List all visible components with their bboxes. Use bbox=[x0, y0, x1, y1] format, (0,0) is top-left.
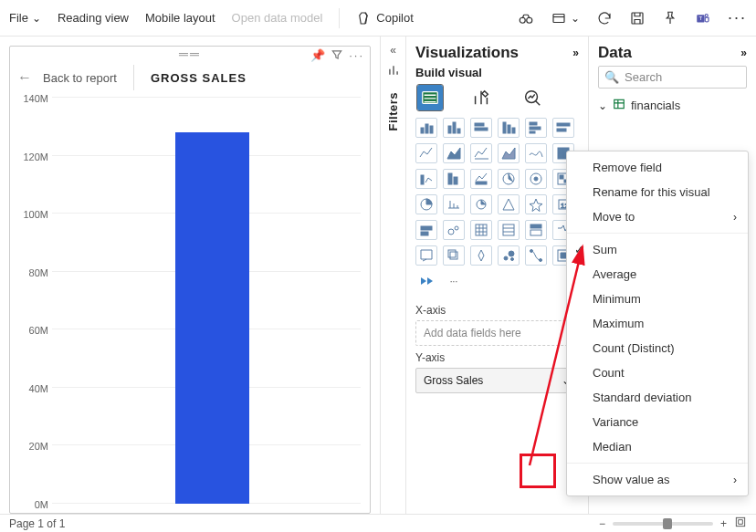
chart-area: 0M20M40M60M80M100M120M140M bbox=[10, 92, 370, 513]
viz-type-icon[interactable] bbox=[525, 118, 547, 138]
viz-type-icon[interactable] bbox=[498, 245, 520, 266]
viz-type-icon[interactable] bbox=[415, 118, 437, 138]
svg-rect-47 bbox=[530, 230, 541, 235]
viz-type-icon[interactable] bbox=[498, 220, 520, 240]
viz-type-icon[interactable] bbox=[552, 118, 574, 138]
menu-count[interactable]: Count bbox=[567, 360, 748, 385]
viz-type-icon[interactable] bbox=[415, 143, 437, 163]
viz-type-icon[interactable] bbox=[525, 220, 547, 240]
svg-point-0 bbox=[520, 17, 525, 23]
mobile-layout-button[interactable]: Mobile layout bbox=[145, 11, 215, 25]
zoom-out-button[interactable]: − bbox=[599, 517, 605, 530]
more-icon[interactable]: ··· bbox=[728, 8, 747, 27]
visual-dropdown[interactable]: ⌄ bbox=[551, 10, 580, 26]
pin-icon[interactable] bbox=[662, 10, 678, 26]
x-axis-well[interactable]: Add data fields here bbox=[415, 320, 579, 346]
zoom-in-button[interactable]: + bbox=[720, 517, 727, 530]
zoom-controls: − + bbox=[599, 516, 747, 531]
viz-type-icon[interactable] bbox=[443, 245, 465, 266]
more-icon[interactable]: ··· bbox=[349, 48, 364, 64]
svg-point-32 bbox=[534, 177, 538, 181]
viz-type-icon[interactable] bbox=[415, 194, 437, 214]
status-bar: Page 1 of 1 − + bbox=[0, 514, 756, 532]
reading-view-button[interactable]: Reading view bbox=[58, 11, 129, 25]
binoculars-icon[interactable] bbox=[518, 10, 534, 26]
gridline bbox=[52, 97, 361, 98]
menu-stddev[interactable]: Standard deviation bbox=[567, 385, 748, 410]
menu-variance[interactable]: Variance bbox=[567, 410, 748, 434]
search-icon: 🔍 bbox=[604, 70, 619, 84]
data-search[interactable]: 🔍 Search bbox=[598, 66, 747, 89]
menu-minimum[interactable]: Minimum bbox=[567, 287, 748, 311]
save-icon[interactable] bbox=[629, 10, 646, 26]
viz-type-icon[interactable] bbox=[498, 143, 520, 163]
viz-type-icon[interactable] bbox=[498, 118, 520, 138]
y-axis: 0M20M40M60M80M100M120M140M bbox=[16, 98, 50, 504]
viz-type-icon[interactable] bbox=[443, 169, 465, 189]
zoom-slider[interactable] bbox=[613, 522, 713, 526]
refresh-icon[interactable] bbox=[596, 10, 613, 26]
menu-average[interactable]: Average bbox=[567, 262, 748, 287]
y-axis-well[interactable]: Gross Sales ⌄ bbox=[415, 368, 579, 393]
top-toolbar: File ⌄ Reading view Mobile layout Open d… bbox=[0, 0, 756, 37]
viz-type-icon[interactable] bbox=[498, 169, 520, 189]
expand-icon[interactable]: « bbox=[390, 44, 396, 57]
viz-type-icon[interactable] bbox=[498, 194, 520, 214]
viz-type-icon[interactable] bbox=[525, 245, 547, 266]
filters-collapsed-pane[interactable]: « Filters bbox=[381, 37, 406, 514]
divider bbox=[133, 65, 134, 90]
menu-maximum[interactable]: Maximum bbox=[567, 311, 748, 336]
svg-rect-40 bbox=[421, 226, 432, 230]
menu-count-distinct[interactable]: Count (Distinct) bbox=[567, 336, 748, 360]
file-menu[interactable]: File ⌄ bbox=[9, 11, 41, 25]
svg-rect-24 bbox=[557, 129, 566, 131]
visualizations-pane: Visualizations » Build visual 123··· X-a… bbox=[406, 37, 589, 514]
viz-type-icon[interactable] bbox=[415, 169, 437, 189]
menu-rename[interactable]: Rename for this visual bbox=[567, 180, 748, 204]
viz-type-icon[interactable] bbox=[415, 271, 437, 291]
copilot-button[interactable]: Copilot bbox=[356, 10, 413, 26]
back-arrow-icon[interactable]: ← bbox=[17, 69, 32, 86]
build-visual-mode[interactable] bbox=[417, 85, 443, 110]
teams-icon[interactable]: T bbox=[695, 10, 711, 26]
back-to-report[interactable]: Back to report bbox=[43, 71, 117, 85]
tile-drag-handle[interactable]: ══ 📌 ··· bbox=[10, 47, 370, 63]
format-visual-mode[interactable] bbox=[468, 85, 494, 110]
menu-move-to[interactable]: Move to› bbox=[567, 204, 748, 229]
data-table-row[interactable]: ⌄ financials bbox=[598, 96, 747, 115]
collapse-icon[interactable]: » bbox=[740, 47, 747, 59]
viz-type-icon[interactable] bbox=[525, 194, 547, 214]
menu-sum[interactable]: Sum bbox=[567, 237, 748, 262]
menu-show-value-as[interactable]: Show value as› bbox=[567, 467, 748, 492]
viz-type-icon[interactable]: ··· bbox=[443, 271, 465, 291]
viz-type-icon[interactable] bbox=[470, 220, 492, 240]
viz-type-icon[interactable] bbox=[443, 118, 465, 138]
collapse-icon[interactable]: » bbox=[572, 47, 579, 59]
viz-type-icon[interactable] bbox=[525, 169, 547, 189]
viz-type-icon[interactable] bbox=[470, 169, 492, 189]
page-indicator: Page 1 of 1 bbox=[9, 517, 65, 530]
viz-type-icon[interactable] bbox=[415, 245, 437, 266]
report-visual-tile[interactable]: ══ 📌 ··· ← Back to report GROSS SALES 0M… bbox=[9, 46, 371, 514]
filter-icon[interactable] bbox=[331, 48, 343, 64]
viz-type-icon[interactable] bbox=[470, 245, 492, 266]
viz-type-icon[interactable] bbox=[443, 220, 465, 240]
viz-type-icon[interactable] bbox=[443, 143, 465, 163]
viz-type-icon[interactable] bbox=[525, 143, 547, 163]
viz-type-icon[interactable] bbox=[443, 194, 465, 214]
analytics-mode[interactable] bbox=[520, 85, 545, 110]
separator bbox=[339, 8, 340, 28]
svg-rect-12 bbox=[448, 126, 451, 133]
svg-point-52 bbox=[511, 258, 514, 261]
menu-remove-field[interactable]: Remove field bbox=[567, 155, 748, 180]
pin-icon[interactable]: 📌 bbox=[310, 48, 325, 64]
copilot-icon bbox=[356, 10, 373, 26]
viz-type-icon[interactable] bbox=[415, 220, 437, 240]
fit-to-page-icon[interactable] bbox=[734, 516, 747, 531]
viz-type-icon[interactable] bbox=[470, 143, 492, 163]
menu-median[interactable]: Median bbox=[567, 434, 748, 459]
viz-type-icon[interactable] bbox=[470, 194, 492, 214]
viz-type-icon[interactable] bbox=[470, 118, 492, 138]
bar[interactable] bbox=[175, 132, 249, 504]
filters-label: Filters bbox=[386, 92, 400, 131]
